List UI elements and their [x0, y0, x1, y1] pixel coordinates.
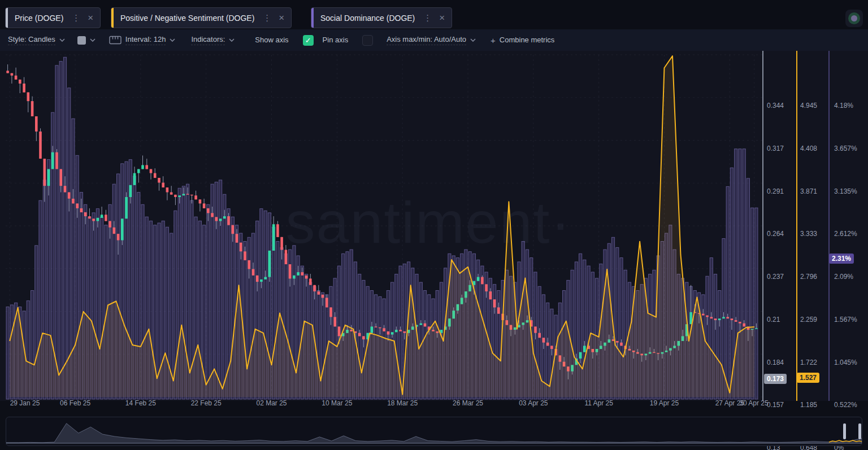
- tab-social-dominance[interactable]: Social Dominance (DOGE) ⋮ ×: [311, 7, 452, 28]
- watermark: ·santiment·: [265, 190, 571, 255]
- tab-price[interactable]: Price (DOGE) ⋮ ×: [5, 7, 101, 28]
- tab-label: Social Dominance (DOGE): [320, 14, 415, 23]
- interval-label: Interval: 12h: [125, 35, 166, 45]
- close-icon[interactable]: ×: [279, 13, 284, 23]
- dominance-axis-tick: 3.135%: [834, 187, 857, 195]
- indicators-label: Indicators:: [191, 35, 225, 45]
- chevron-down-icon: [59, 38, 65, 42]
- tab-bar: Price (DOGE) ⋮ × Positive / Negative Sen…: [0, 0, 868, 29]
- date-label: 18 Mar 25: [387, 399, 418, 407]
- indicators-dropdown[interactable]: Indicators:: [191, 35, 235, 45]
- dominance-axis-tick: 4.18%: [834, 102, 853, 110]
- dominance-axis-tick: 1.045%: [834, 359, 857, 366]
- show-axis-checkbox[interactable]: ✓: [303, 35, 314, 46]
- date-label: 10 Mar 25: [322, 399, 352, 407]
- sentiment-axis-tick: 4.945: [800, 102, 817, 110]
- sentiment-value-badge: 1.527: [797, 373, 819, 383]
- color-swatch: [77, 36, 86, 45]
- date-label: 22 Feb 25: [191, 399, 222, 407]
- tab-accent: [111, 8, 114, 28]
- price-axis-tick: 0.264: [767, 230, 784, 238]
- sentiment-axis-tick: 3.333: [800, 230, 817, 238]
- date-label: 14 Feb 25: [125, 399, 156, 407]
- sentiment-axis-line: [796, 51, 797, 401]
- date-label: 02 Mar 25: [257, 399, 287, 407]
- show-axis-toggle[interactable]: Show axis ✓: [255, 35, 313, 46]
- ruler-icon: [109, 36, 121, 45]
- price-axis-tick: 0.237: [767, 273, 784, 281]
- axis-maxmin-dropdown[interactable]: Axis max/min: Auto/Auto: [387, 35, 476, 45]
- chevron-down-icon: [470, 38, 476, 42]
- date-label: 26 Mar 25: [453, 399, 483, 407]
- plus-icon: +: [491, 36, 496, 45]
- pin-axis-label: Pin axis: [323, 36, 349, 45]
- date-label: 29 Jan 25: [10, 399, 40, 407]
- sentiment-axis-tick: 2.796: [800, 273, 817, 281]
- sentiment-axis-tick: 3.871: [800, 187, 817, 195]
- dominance-axis-tick: 1.567%: [834, 316, 857, 324]
- kebab-menu-icon[interactable]: ⋮: [423, 14, 432, 22]
- kebab-menu-icon[interactable]: ⋮: [263, 14, 271, 22]
- chart-canvas[interactable]: ·santiment·: [0, 51, 764, 401]
- price-axis-line: [762, 51, 763, 401]
- interval-dropdown[interactable]: Interval: 12h: [109, 35, 176, 45]
- combine-metrics-label: Combine metrics: [500, 36, 555, 45]
- chevron-down-icon: [90, 38, 96, 42]
- chevron-down-icon: [229, 38, 235, 42]
- price-axis-tick: 0.317: [767, 145, 784, 152]
- show-axis-label: Show axis: [255, 36, 288, 45]
- pin-axis-toggle[interactable]: Pin axis: [323, 35, 374, 46]
- date-label: 06 Feb 25: [60, 399, 90, 407]
- timeline-area: [6, 423, 862, 443]
- date-label: 03 Apr 25: [519, 399, 548, 407]
- tab-accent: [6, 8, 8, 28]
- tab-label: Price (DOGE): [15, 14, 63, 23]
- dominance-value-badge: 2.31%: [829, 254, 854, 264]
- color-swatch-dropdown[interactable]: [77, 36, 96, 45]
- tab-accent: [311, 8, 314, 28]
- price-axis-tick: 0.21: [767, 316, 780, 324]
- dominance-axis-tick: 2.612%: [834, 230, 857, 238]
- dominance-axis-tick: 2.09%: [834, 273, 853, 281]
- date-label: 30 Apr 25: [739, 399, 768, 407]
- dominance-axis-line: [828, 51, 830, 401]
- date-label: 11 Apr 25: [584, 399, 613, 407]
- timeline-scrubber[interactable]: [6, 417, 862, 446]
- chart-toolbar: Style: Candles Interval: 12h Indicators:…: [0, 29, 868, 51]
- price-axis-tick: 0.184: [767, 359, 784, 366]
- header-circle-button[interactable]: [845, 10, 863, 27]
- tab-sentiment[interactable]: Positive / Negative Sentiment (DOGE) ⋮ ×: [111, 7, 292, 28]
- date-axis: 29 Jan 2506 Feb 2514 Feb 2522 Feb 2502 M…: [0, 397, 868, 410]
- sentiment-axis-tick: 4.408: [800, 145, 817, 152]
- timeline-handle-right[interactable]: [858, 423, 861, 439]
- sentiment-axis-tick: 2.259: [800, 316, 817, 324]
- combine-metrics-button[interactable]: + Combine metrics: [491, 36, 554, 45]
- circle-ring-icon: [848, 12, 860, 24]
- chevron-down-icon: [170, 38, 175, 42]
- pin-axis-checkbox[interactable]: [362, 35, 373, 46]
- tab-label: Positive / Negative Sentiment (DOGE): [120, 14, 254, 23]
- style-dropdown[interactable]: Style: Candles: [8, 35, 65, 45]
- price-value-badge: 0.173: [764, 374, 787, 384]
- price-axis-tick: 0.344: [767, 102, 784, 110]
- price-axis-tick: 0.291: [767, 187, 784, 195]
- sentiment-axis-tick: 1.722: [800, 359, 817, 366]
- chart-region: ·santiment· 0.3440.3170.2910.2640.2370.2…: [0, 51, 868, 401]
- timeline-handle-left[interactable]: [843, 423, 846, 439]
- axis-maxmin-label: Axis max/min: Auto/Auto: [387, 35, 466, 45]
- dominance-axis-tick: 3.657%: [834, 145, 857, 152]
- style-label: Style: Candles: [8, 35, 55, 45]
- close-icon[interactable]: ×: [439, 13, 445, 23]
- date-label: 19 Apr 25: [650, 399, 679, 407]
- kebab-menu-icon[interactable]: ⋮: [72, 14, 80, 22]
- close-icon[interactable]: ×: [88, 13, 93, 23]
